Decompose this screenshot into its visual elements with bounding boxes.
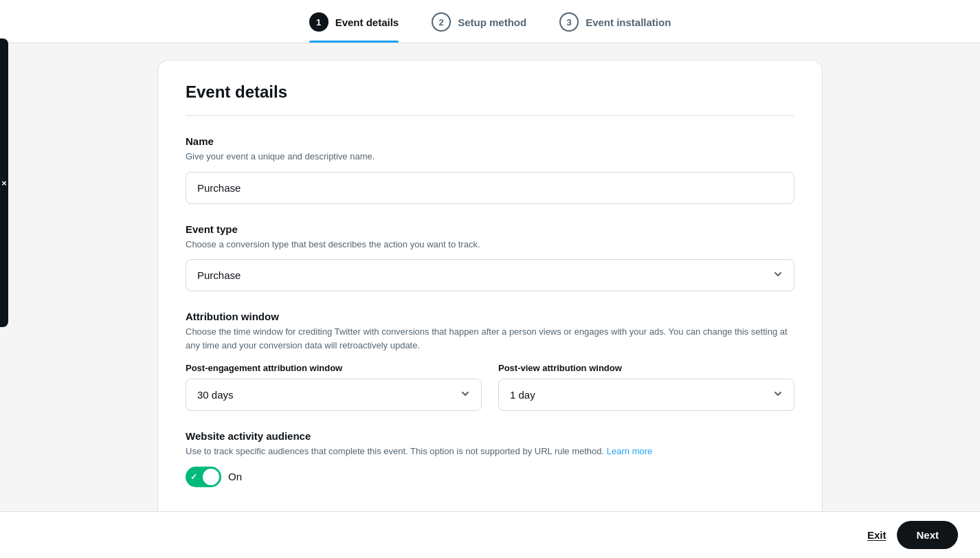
page-title: Event details [186,82,794,102]
next-button[interactable]: Next [897,521,958,549]
attribution-label: Attribution window [186,311,794,322]
step-1-label: Event details [335,16,399,28]
attribution-row: Post-engagement attribution window 1 day… [186,363,794,411]
audience-hint: Use to track specific audiences that com… [186,445,794,458]
audience-toggle[interactable]: ✓ [186,467,221,487]
attribution-section: Attribution window Choose the time windo… [186,311,794,411]
event-type-hint: Choose a conversion type that best descr… [186,238,794,252]
step-setup-method[interactable]: 2 Setup method [432,12,526,43]
post-view-label: Post-view attribution window [498,363,794,373]
name-section: Name Give your event a unique and descri… [186,135,794,204]
step-2-circle: 2 [432,12,451,32]
post-engagement-select-wrapper: 1 day 3 days 7 days 14 days 30 days [186,379,482,411]
stepper: 1 Event details 2 Setup method 3 Event i… [0,0,980,43]
divider [186,115,794,116]
post-view-select[interactable]: None 1 day 3 days 7 days 14 days 30 days [498,379,794,411]
step-event-installation[interactable]: 3 Event installation [559,12,671,43]
left-panel: × [0,38,8,327]
step-3-circle: 3 [559,12,579,32]
post-view-select-wrapper: None 1 day 3 days 7 days 14 days 30 days [498,379,794,411]
bottom-bar: Exit Next [0,511,980,558]
event-type-label: Event type [186,223,794,235]
post-engagement-label: Post-engagement attribution window [186,363,482,373]
checkmark-icon: ✓ [190,472,197,482]
toggle-slider: ✓ [186,467,221,487]
post-view-col: Post-view attribution window None 1 day … [498,363,794,411]
event-type-select-wrapper: Purchase Download Sign up Page view Cust… [186,259,794,291]
close-icon: × [1,178,7,188]
step-2-label: Setup method [458,16,526,28]
step-1-circle: 1 [309,12,328,32]
toggle-row: ✓ On [186,467,794,487]
step-3-label: Event installation [586,16,671,28]
post-engagement-select[interactable]: 1 day 3 days 7 days 14 days 30 days [186,379,482,411]
toggle-label: On [228,471,242,482]
post-engagement-col: Post-engagement attribution window 1 day… [186,363,482,411]
audience-label: Website activity audience [186,430,794,442]
name-hint: Give your event a unique and descriptive… [186,150,794,164]
exit-button[interactable]: Exit [867,529,887,541]
attribution-hint: Choose the time window for crediting Twi… [186,325,794,352]
name-label: Name [186,135,794,147]
event-details-card: Event details Name Give your event a uni… [157,60,823,521]
audience-section: Website activity audience Use to track s… [186,430,794,487]
event-type-select[interactable]: Purchase Download Sign up Page view Cust… [186,259,794,291]
event-type-section: Event type Choose a conversion type that… [186,223,794,292]
learn-more-link[interactable]: Learn more [607,446,652,456]
step-event-details[interactable]: 1 Event details [309,12,399,43]
name-input[interactable] [186,172,794,204]
